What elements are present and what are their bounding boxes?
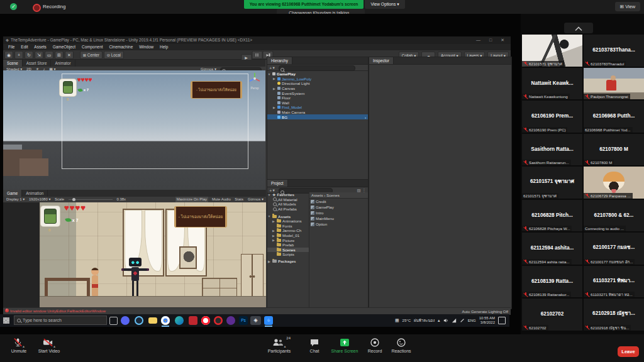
tab-project[interactable]: Project — [267, 180, 288, 187]
participant-tile[interactable]: Sasithorn Ratta...Sasithorn Rattanarun..… — [522, 134, 582, 166]
participant-tile[interactable]: 62101571 จุฑามาศ62101571 จุฑามาศ — [522, 167, 582, 199]
tab-animator[interactable]: Animator — [51, 60, 75, 67]
auto-generate-lighting[interactable]: Auto Generate Lighting Off — [462, 309, 509, 314]
transform-tool-button[interactable]: ⊞ — [55, 51, 64, 59]
hierarchy-item[interactable]: ▶Jammo_LowPoly — [267, 77, 368, 82]
reactions-button[interactable]: Reactions — [382, 337, 420, 353]
participant-tile[interactable]: 62106729 Panpassa ... — [584, 167, 644, 199]
view-options-button[interactable]: View Options ▾ — [365, 0, 405, 9]
participant-tile[interactable]: 62106968 Putth...62106968 Putthimet Yod.… — [584, 101, 644, 133]
stats-toggle[interactable]: Stats — [235, 197, 243, 202]
rotate-tool-button[interactable]: ↻ — [25, 51, 33, 59]
tray-temp[interactable]: 25°C — [402, 319, 411, 322]
scale-tool-button[interactable]: ⇲ — [35, 51, 43, 59]
scale-slider[interactable] — [69, 199, 113, 200]
tab-hierarchy[interactable]: Hierarchy — [267, 57, 292, 64]
scene-file[interactable]: Option — [309, 221, 368, 227]
participant-tile[interactable]: 61103271 ทิพมา...61103271 ทิพมาดา ทอ... — [584, 266, 644, 298]
participant-tile[interactable]: Paulpon Thamrongrat — [584, 68, 644, 100]
packages-root[interactable]: ▶Packages — [267, 259, 309, 264]
tab-scene[interactable]: Scene — [3, 60, 23, 67]
chrome-icon[interactable] — [161, 316, 170, 325]
hidden-icons-chevron[interactable]: ▴ — [438, 318, 440, 323]
favorite-item[interactable]: All Models — [267, 202, 309, 207]
participant-tile[interactable]: 62106190 Prem...62106190 Prem (PC) — [522, 101, 582, 133]
photoshop-icon[interactable]: Ps — [239, 316, 248, 325]
speaker-icon[interactable] — [443, 318, 448, 323]
tray-clock[interactable]: 10:55 AM3/8/2022 — [479, 316, 495, 325]
red-app-icon[interactable] — [189, 316, 197, 325]
menu-file[interactable]: File — [8, 45, 14, 49]
menu-cinemachine[interactable]: Cinemachine — [109, 45, 133, 49]
hierarchy-item[interactable]: Directional Light — [267, 81, 368, 86]
pen-icon[interactable] — [460, 318, 465, 323]
hand-tool-button[interactable]: ◉ — [4, 51, 13, 59]
discord-icon[interactable] — [121, 316, 130, 325]
favorites-root[interactable]: ▼★Favorites — [267, 192, 309, 197]
folder-row[interactable]: Prefab — [267, 243, 309, 248]
menu-window[interactable]: Window — [139, 45, 153, 49]
folder-row[interactable]: ▶Picture — [267, 238, 309, 243]
tray-weather[interactable]: ฝนฟ้าคะนอง — [414, 317, 435, 324]
edge-icon[interactable] — [175, 316, 184, 325]
display-dropdown[interactable]: Display 1 ▾ — [6, 197, 25, 202]
project-breadcrumb[interactable]: Assets › Scenes — [309, 192, 368, 199]
hierarchy-item[interactable]: Wall — [267, 101, 368, 106]
tray-language[interactable]: ENG — [468, 319, 476, 322]
participant-tile[interactable]: 62112594 ashita...62112594 ashita ratta.… — [522, 233, 582, 265]
tab-animation[interactable]: Animation — [22, 190, 48, 197]
menu-help[interactable]: Help — [160, 45, 168, 49]
participant-tile[interactable]: 62103783Thana...62103783Thanadol — [584, 35, 644, 67]
participant-tile[interactable]: 62107800 M62107800 M — [584, 134, 644, 166]
menu-component[interactable]: Component — [82, 45, 103, 49]
network-icon[interactable] — [452, 318, 457, 323]
screenshot-tray-icon[interactable]: ▦ — [395, 318, 399, 323]
hierarchy-search-input[interactable] — [279, 65, 355, 71]
view-button[interactable]: ⊞ View — [615, 2, 640, 11]
recording-indicator-icon[interactable] — [33, 4, 41, 12]
menu-assets[interactable]: Assets — [34, 45, 47, 49]
purple-app-icon[interactable] — [226, 316, 235, 325]
rect-tool-button[interactable]: ▭ — [45, 51, 53, 59]
participant-tile[interactable]: 62106828 Pitch...62106828 Pitchaya W... — [522, 200, 582, 232]
steam-icon[interactable] — [135, 316, 143, 325]
hierarchy-item[interactable]: EventSystem — [267, 90, 368, 96]
pivot-local-toggle[interactable]: ⊙ Local — [104, 51, 124, 59]
menu-edit[interactable]: Edit — [21, 45, 28, 49]
scene-file[interactable]: GamePlay — [309, 204, 368, 210]
hierarchy-item[interactable]: ▶Canvas — [267, 86, 368, 91]
leave-button[interactable]: Leave — [618, 346, 639, 357]
hierarchy-item-selected[interactable]: BG› — [267, 114, 368, 119]
task-view-icon[interactable] — [109, 317, 118, 325]
assets-root[interactable]: ▼Assets — [267, 214, 309, 219]
game-gizmos-dropdown[interactable]: Gizmos ▾ — [248, 197, 264, 202]
participant-tile[interactable]: 6210270262102702 — [522, 299, 582, 331]
create-dropdown[interactable]: ＋▾ — [269, 65, 275, 70]
hierarchy-item[interactable]: Main Camera — [267, 110, 368, 115]
folder-row[interactable]: ▶Animations — [267, 219, 309, 224]
taskbar-search[interactable]: Type here to search — [14, 315, 107, 325]
participant-tile[interactable]: 62101571 จุฑามาศ — [522, 35, 582, 67]
resolution-dropdown[interactable]: 1920x1080 ▾ — [29, 197, 50, 202]
file-explorer-icon[interactable] — [148, 317, 157, 324]
folder-row[interactable]: ▶Model_01 — [267, 233, 309, 238]
start-video-button[interactable]: ▴ Start Video — [30, 337, 68, 353]
hierarchy-item[interactable]: Floor — [267, 96, 368, 101]
participant-tile[interactable]: Nattawit Keawk...Nattawit Keawkuntong — [522, 68, 582, 100]
favorite-item[interactable]: All Prefabs — [267, 207, 309, 212]
pause-button[interactable] — [252, 51, 262, 59]
hierarchy-item[interactable]: ▶Fixd_Model — [267, 105, 368, 110]
notification-center-icon[interactable] — [498, 317, 506, 324]
start-button-icon[interactable] — [3, 317, 9, 324]
opera-gx-icon[interactable] — [214, 316, 223, 325]
scene-file[interactable]: Intro — [309, 210, 368, 216]
menu-gameobject[interactable]: GameObject — [53, 45, 76, 49]
window-controls[interactable]: — □ ✕ — [476, 36, 508, 44]
favorite-item[interactable]: All Material — [267, 197, 309, 202]
scene-file[interactable]: MainMenu — [309, 216, 368, 221]
folder-row[interactable]: ▶Jammo-Ch — [267, 228, 309, 233]
participant-tile[interactable]: 62108139 Ratta...62108139 Rattanakor... — [522, 266, 582, 298]
scene-file[interactable]: Credit — [309, 199, 368, 204]
scene-root-row[interactable]: ▼GamePlay — [267, 72, 368, 77]
folder-row[interactable]: Fonts — [267, 224, 309, 229]
